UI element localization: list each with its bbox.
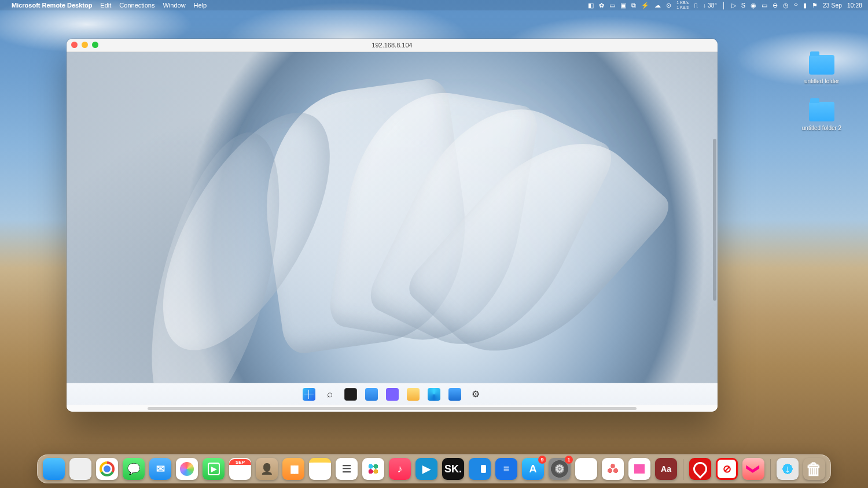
desktop-icons-area: untitled folder untitled folder 2	[787, 55, 856, 131]
status-flag-icon[interactable]: ⚑	[812, 2, 818, 9]
dock-finder-icon[interactable]	[43, 458, 65, 480]
dock-dictionary-icon[interactable]	[655, 458, 677, 480]
scrollbar-thumb[interactable]	[148, 407, 637, 410]
status-bookmark-icon[interactable]: ◧	[588, 2, 594, 9]
dock-chrome-icon[interactable]	[96, 458, 118, 480]
status-s-icon[interactable]: S	[741, 2, 745, 9]
dock-asana-icon[interactable]	[602, 458, 624, 480]
status-puzzle-icon[interactable]: ⧉	[631, 2, 636, 9]
remote-horizontal-scrollbar[interactable]	[67, 405, 718, 412]
menu-help[interactable]: Help	[194, 2, 207, 9]
dock-trash-icon[interactable]	[803, 458, 825, 480]
dock-messages-icon[interactable]	[123, 458, 145, 480]
window-close-button[interactable]	[71, 42, 78, 48]
macos-menubar: Microsoft Remote Desktop Edit Connection…	[0, 0, 868, 10]
menu-window[interactable]: Window	[163, 2, 185, 9]
status-wifi-icon[interactable]: ⌔	[794, 2, 798, 9]
windows-settings-button[interactable]	[469, 388, 482, 401]
appstore-badge: 9	[538, 456, 546, 464]
edge-button[interactable]	[428, 388, 440, 401]
dock-notes-icon[interactable]	[309, 458, 331, 480]
dock-google-docs-icon[interactable]	[495, 458, 517, 480]
status-battery-icon[interactable]: ▮	[803, 2, 807, 9]
status-clock-icon[interactable]: ◷	[783, 2, 789, 9]
status-display-icon[interactable]: ▭	[762, 2, 767, 9]
status-cloud-icon[interactable]: ☁	[654, 2, 661, 9]
remote-desktop-window[interactable]: 192.168.8.104	[67, 39, 718, 412]
dock-red-circle-app-icon[interactable]	[716, 458, 738, 480]
dock-separator	[683, 459, 683, 480]
status-bars-icon[interactable]: ⎍	[694, 2, 698, 9]
dock-downloads-icon[interactable]	[777, 458, 799, 480]
status-lightning-icon[interactable]: ⚡	[641, 2, 649, 9]
status-tray-icon[interactable]: ▣	[620, 2, 626, 9]
status-doc-icon[interactable]: ▭	[609, 2, 615, 9]
dock-slack-icon[interactable]	[362, 458, 384, 480]
folder-label: untitled folder	[804, 78, 839, 84]
desktop-folder-untitled[interactable]: untitled folder	[804, 55, 839, 84]
window-traffic-lights	[71, 42, 98, 48]
file-explorer-button[interactable]	[407, 388, 420, 401]
menu-connections[interactable]: Connections	[119, 2, 155, 9]
dock-acrobat-icon[interactable]	[689, 458, 711, 480]
dock-facetime-icon[interactable]	[203, 458, 225, 480]
dock-container: SEP 23 SK. 9 1	[37, 454, 831, 483]
macos-dock: SEP 23 SK. 9 1	[37, 454, 831, 483]
status-leaf-icon[interactable]: ✿	[599, 2, 604, 9]
folder-icon	[809, 55, 834, 75]
menubar-time[interactable]: 10:28	[847, 2, 862, 9]
microsoft-store-button[interactable]	[448, 388, 461, 401]
remote-vertical-scrollbar[interactable]	[713, 139, 716, 301]
menubar-app-name[interactable]: Microsoft Remote Desktop	[12, 2, 92, 9]
dock-triangle-app-icon[interactable]	[628, 458, 650, 480]
net-up: 1 KB/s	[676, 1, 689, 5]
calendar-day: 23	[234, 465, 247, 479]
widgets-button[interactable]	[365, 388, 378, 401]
net-down: 1 KB/s	[676, 5, 689, 10]
windows-taskbar	[67, 383, 718, 405]
calendar-month: SEP	[229, 459, 251, 465]
dock-notion-icon[interactable]	[575, 458, 597, 480]
status-temp[interactable]: ↓ 38°	[703, 2, 717, 9]
menu-edit[interactable]: Edit	[100, 2, 111, 9]
menubar-date[interactable]: 23 Sep	[823, 2, 842, 9]
dock-system-settings-icon[interactable]: 1	[549, 458, 571, 480]
window-fullscreen-button[interactable]	[92, 42, 98, 48]
dock-mail-icon[interactable]	[149, 458, 171, 480]
window-minimize-button[interactable]	[82, 42, 88, 48]
desktop-folder-untitled-2[interactable]: untitled folder 2	[802, 102, 841, 131]
status-network-speed[interactable]: 1 KB/s 1 KB/s	[676, 1, 689, 10]
folder-icon	[809, 102, 834, 121]
task-view-button[interactable]	[344, 388, 357, 401]
remote-windows-desktop[interactable]	[67, 52, 718, 383]
menubar-status-area: ◧ ✿ ▭ ▣ ⧉ ⚡ ☁ ⊙ 1 KB/s 1 KB/s ⎍ ↓ 38° │ …	[588, 1, 862, 10]
status-d-icon[interactable]: ▷	[731, 2, 736, 9]
dock-trello-icon[interactable]	[469, 458, 491, 480]
dock-reminders-icon[interactable]	[336, 458, 358, 480]
folder-label: untitled folder 2	[802, 125, 841, 131]
dock-contacts-icon[interactable]	[256, 458, 278, 480]
status-line-icon[interactable]: │	[722, 2, 726, 9]
chat-button[interactable]	[386, 388, 399, 401]
settings-badge: 1	[565, 456, 573, 464]
dock-pink-app-icon[interactable]	[742, 458, 764, 480]
search-button[interactable]	[323, 388, 336, 401]
dock-launchpad-icon[interactable]	[69, 458, 91, 480]
dock-sk-app-icon[interactable]: SK.	[442, 458, 464, 480]
dock-appstore-icon[interactable]: 9	[522, 458, 544, 480]
status-record-icon[interactable]: ◉	[751, 2, 756, 9]
status-dnd-icon[interactable]: ⊖	[773, 2, 778, 9]
dock-separator	[770, 459, 771, 480]
status-toggle-icon[interactable]: ⊙	[666, 2, 671, 9]
dock-photos-icon[interactable]	[176, 458, 198, 480]
start-button[interactable]	[303, 388, 315, 401]
window-titlebar[interactable]: 192.168.8.104	[67, 39, 718, 52]
macos-desktop: Microsoft Remote Desktop Edit Connection…	[0, 0, 868, 488]
window-title: 192.168.8.104	[67, 42, 718, 49]
dock-books-icon[interactable]	[282, 458, 304, 480]
dock-music-icon[interactable]	[389, 458, 411, 480]
dock-calendar-icon[interactable]: SEP 23	[229, 458, 251, 480]
dock-media-app-icon[interactable]	[415, 458, 437, 480]
